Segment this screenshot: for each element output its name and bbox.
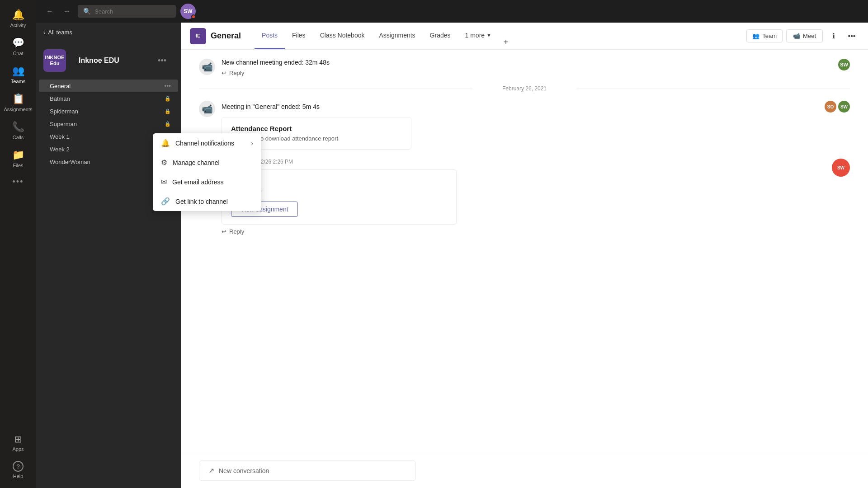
teams-panel: ← → 🔍 SW − □ ✕ ‹ All teams INKNOE Edu — [36, 0, 181, 488]
new-conv-icon: ↗ — [208, 466, 214, 475]
avatar-sw: SW — [838, 101, 850, 113]
calls-icon: 📞 — [12, 121, 24, 133]
channel-options-icon[interactable]: ••• — [164, 82, 171, 89]
new-conversation-bar: ↗ New conversation — [181, 453, 868, 488]
meeting-text: New channel meeting ended: 32m 48s — [222, 59, 832, 66]
sidebar-item-help[interactable]: ? Help — [0, 456, 36, 483]
team-options-icon[interactable]: ••• — [158, 56, 166, 66]
meet-button[interactable]: 📹 Meet — [786, 29, 823, 42]
add-tab-button[interactable]: + — [499, 35, 513, 49]
all-teams-back[interactable]: ‹ All teams — [36, 23, 181, 42]
back-button[interactable]: ← — [43, 5, 56, 17]
post-meeting1: 📹 New channel meeting ended: 32m 48s ↩ R… — [199, 59, 850, 76]
channel-item-general[interactable]: General ••• — [39, 80, 178, 92]
sidebar-item-chat[interactable]: 💬 Chat — [0, 33, 36, 61]
all-teams-label: All teams — [48, 29, 72, 36]
reply-button-assignment[interactable]: ↩ Reply — [222, 228, 826, 235]
context-menu-get-link[interactable]: 🔗 Get link to channel — [153, 192, 261, 211]
sidebar-item-assignments[interactable]: 📋 Assignments — [0, 89, 36, 117]
context-menu: 🔔 Channel notifications › ⚙ Manage chann… — [153, 133, 261, 211]
help-label: Help — [13, 474, 24, 479]
files-label: Files — [13, 163, 23, 168]
channel-item-spiderman[interactable]: Spiderman 🔒 — [39, 105, 178, 117]
tab-more[interactable]: 1 more ▼ — [458, 23, 499, 49]
chevron-down-icon: ▼ — [486, 33, 491, 38]
apps-label: Apps — [12, 446, 24, 452]
attendance-title: Attendance Report — [231, 125, 402, 132]
search-input[interactable] — [94, 8, 170, 15]
tab-posts[interactable]: Posts — [255, 23, 285, 49]
activity-label: Activity — [10, 23, 26, 28]
team-icon: 👥 — [752, 33, 760, 39]
channel-header-right: 👥 Team 📹 Meet ℹ ••• — [746, 29, 859, 43]
user-avatar[interactable]: SW — [180, 4, 196, 19]
teams-label: Teams — [11, 79, 25, 84]
more-options-button[interactable]: ••• — [844, 29, 859, 43]
post-meeting2: 📹 Meeting in "General" ended: 5m 4s SO S… — [199, 101, 850, 150]
avatar-so: SO — [825, 101, 836, 113]
assignments-icon: 📋 — [12, 93, 24, 105]
channel-name-week2: Week 2 — [50, 146, 70, 153]
lock-icon-superman: 🔒 — [165, 121, 171, 127]
sidebar-item-calls[interactable]: 📞 Calls — [0, 117, 36, 145]
team-name-row: Inknoe EDU ••• — [71, 54, 174, 67]
forward-button[interactable]: → — [61, 5, 73, 17]
context-menu-label-manage: Manage channel — [173, 159, 220, 166]
bell-icon: 🔔 — [161, 139, 170, 147]
assignment-timestamp: 2/26 2:26 PM — [261, 159, 293, 165]
assignment-due: Due Feb 27 — [231, 189, 447, 196]
search-icon: 🔍 — [83, 8, 91, 15]
channel-name-wonderwoman: WonderWoman — [50, 159, 90, 165]
sidebar-item-apps[interactable]: ⊞ Apps — [0, 429, 36, 456]
tab-assignments[interactable]: Assignments — [372, 23, 422, 49]
search-bar: 🔍 — [78, 5, 176, 18]
assignments-label: Assignments — [4, 107, 33, 112]
help-icon: ? — [13, 461, 24, 472]
teams-icon: 👥 — [12, 65, 24, 77]
reply-icon-2: ↩ — [222, 228, 226, 235]
team-button[interactable]: 👥 Team — [746, 29, 783, 42]
channel-item-batman[interactable]: Batman 🔒 — [39, 93, 178, 105]
link-icon: 🔗 — [161, 197, 170, 206]
context-menu-label-notifications: Channel notifications — [175, 140, 234, 147]
sidebar-item-teams[interactable]: 👥 Teams — [0, 61, 36, 89]
reply-button-1[interactable]: ↩ Reply — [222, 70, 832, 76]
tab-class-notebook[interactable]: Class Notebook — [313, 23, 372, 49]
activity-icon: 🔔 — [12, 9, 24, 21]
meeting-text-2: Meeting in "General" ended: 5m 4s — [222, 103, 320, 110]
tab-grades[interactable]: Grades — [423, 23, 458, 49]
meeting-avatar: 📹 — [199, 59, 215, 75]
context-menu-channel-notifications[interactable]: 🔔 Channel notifications › — [153, 133, 261, 153]
email-icon: ✉ — [161, 178, 167, 186]
channel-avatar: IE — [190, 28, 206, 44]
channel-title: General — [211, 31, 241, 41]
date-divider: February 26, 2021 — [199, 85, 850, 92]
lock-icon-spiderman: 🔒 — [165, 108, 171, 114]
calls-label: Calls — [13, 135, 24, 140]
right-avatar-1: SW — [838, 59, 850, 70]
post-content-2: Meeting in "General" ended: 5m 4s SO SW … — [222, 101, 850, 150]
new-conv-label: New conversation — [219, 467, 269, 474]
info-button[interactable]: ℹ — [826, 29, 841, 43]
channel-tabs: Posts Files Class Notebook Assignments G… — [255, 23, 513, 49]
context-menu-label-email: Get email address — [172, 178, 224, 186]
post-content: New channel meeting ended: 32m 48s ↩ Rep… — [222, 59, 832, 76]
channel-name-superman: Superman — [50, 121, 77, 127]
context-menu-manage-channel[interactable]: ⚙ Manage channel — [153, 153, 261, 172]
assignment-name: test — [231, 177, 447, 187]
post-assignment-content: Assignments 2/26 2:26 PM test Due Feb 27… — [222, 159, 826, 235]
team-logo: INKNOE Edu — [43, 49, 66, 72]
gear-icon: ⚙ — [161, 158, 167, 167]
context-menu-get-email[interactable]: ✉ Get email address — [153, 172, 261, 192]
chat-label: Chat — [13, 51, 23, 56]
sidebar-item-activity[interactable]: 🔔 Activity — [0, 5, 36, 33]
channel-name-spiderman: Spiderman — [50, 108, 78, 115]
channel-item-superman[interactable]: Superman 🔒 — [39, 118, 178, 130]
channel-header: IE General Posts Files Class Notebook As… — [181, 23, 868, 50]
new-conversation-button[interactable]: ↗ New conversation — [199, 460, 416, 481]
tab-files[interactable]: Files — [285, 23, 313, 49]
files-icon: 📁 — [12, 149, 24, 161]
lock-icon: 🔒 — [165, 96, 171, 102]
sidebar-item-more[interactable]: ••• — [0, 173, 36, 191]
sidebar-item-files[interactable]: 📁 Files — [0, 145, 36, 173]
